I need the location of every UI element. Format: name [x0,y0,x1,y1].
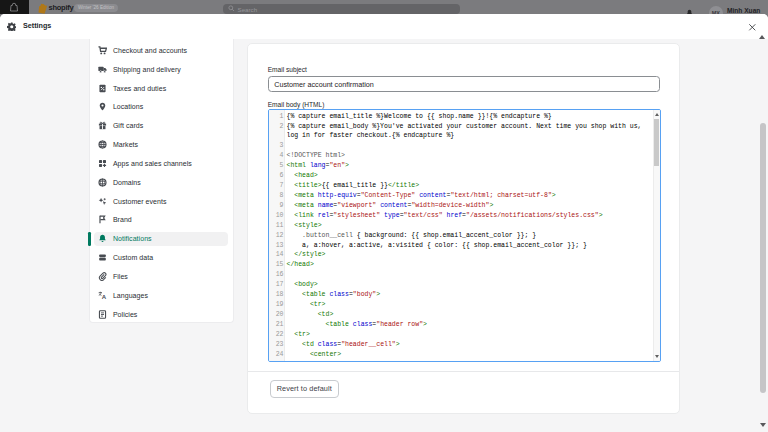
svg-text:A: A [102,294,107,300]
